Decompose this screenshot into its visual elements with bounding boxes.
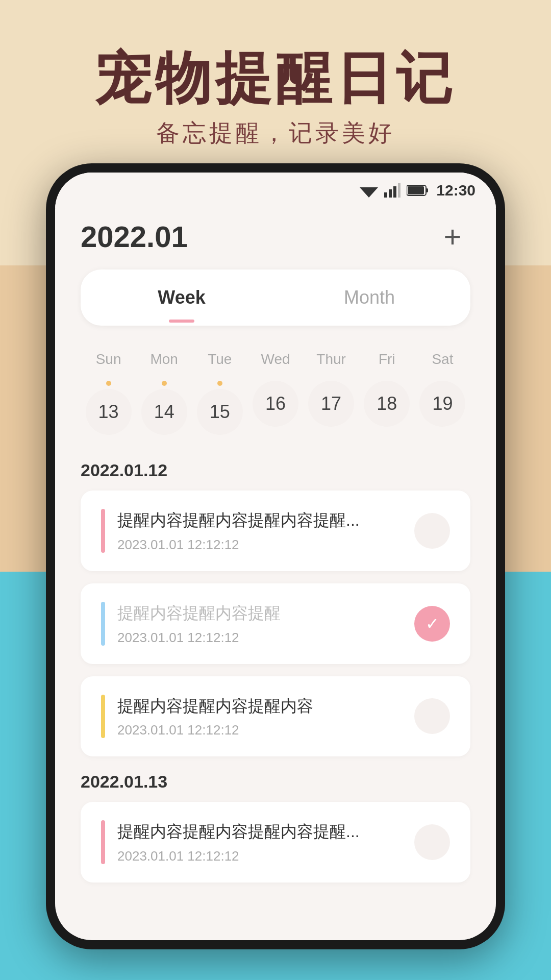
reminder-bar-4 xyxy=(101,820,105,864)
dot-13 xyxy=(106,381,111,386)
section-2022-01-13: 2022.01.13 提醒内容提醒内容提醒内容提醒... 2023.01.01 … xyxy=(81,772,470,883)
date-13-wrapper[interactable]: 13 xyxy=(81,381,136,435)
reminder-text-4: 提醒内容提醒内容提醒内容提醒... 2023.01.01 12:12:12 xyxy=(117,820,402,864)
reminder-title-2: 提醒内容提醒内容提醒 xyxy=(117,602,402,625)
svg-rect-4 xyxy=(398,183,400,198)
wifi-icon xyxy=(360,183,378,198)
reminder-text-1: 提醒内容提醒内容提醒内容提醒... 2023.01.01 12:12:12 xyxy=(117,509,402,553)
status-bar: 12:30 xyxy=(55,173,496,208)
date-14-wrapper[interactable]: 14 xyxy=(136,381,192,435)
date-18-wrapper[interactable]: 18 xyxy=(359,381,415,435)
signal-icon xyxy=(384,183,400,198)
date-14: 14 xyxy=(141,389,187,435)
date-15: 15 xyxy=(197,389,243,435)
section-date-2: 2022.01.13 xyxy=(81,772,470,792)
add-button[interactable]: + xyxy=(435,218,470,254)
header-row: 2022.01 + xyxy=(81,218,470,254)
day-mon: Mon xyxy=(136,346,192,373)
screen-content: 2022.01 + Week Month Sun Mon Tue Wed Thu… xyxy=(55,208,496,883)
date-19: 19 xyxy=(419,381,465,427)
tab-week[interactable]: Week xyxy=(88,277,276,318)
app-subtitle: 备忘提醒，记录美好 xyxy=(0,117,551,149)
tab-switcher: Week Month xyxy=(81,270,470,326)
reminder-check-1[interactable] xyxy=(414,513,450,549)
reminder-time-4: 2023.01.01 12:12:12 xyxy=(117,848,402,864)
svg-rect-1 xyxy=(384,192,387,198)
status-icons xyxy=(360,183,428,198)
tab-month[interactable]: Month xyxy=(276,277,463,318)
reminder-check-2[interactable]: ✓ xyxy=(414,606,450,642)
day-wed: Wed xyxy=(247,346,303,373)
reminder-1[interactable]: 提醒内容提醒内容提醒内容提醒... 2023.01.01 12:12:12 xyxy=(81,491,470,571)
date-17: 17 xyxy=(308,381,354,427)
date-19-wrapper[interactable]: 19 xyxy=(415,381,470,435)
reminder-bar-1 xyxy=(101,509,105,553)
section-date-1: 2022.01.12 xyxy=(81,460,470,480)
dot-14 xyxy=(162,381,167,386)
svg-rect-6 xyxy=(426,188,428,192)
section-2022-01-12: 2022.01.12 提醒内容提醒内容提醒内容提醒... 2023.01.01 … xyxy=(81,460,470,756)
app-title: 宠物提醒日记 xyxy=(0,41,551,117)
date-16-wrapper[interactable]: 16 xyxy=(247,381,303,435)
reminder-bar-3 xyxy=(101,695,105,739)
reminder-title-3: 提醒内容提醒内容提醒内容 xyxy=(117,695,402,718)
dot-15 xyxy=(217,381,222,386)
day-fri: Fri xyxy=(359,346,415,373)
reminder-time-3: 2023.01.01 12:12:12 xyxy=(117,722,402,738)
reminder-title-4: 提醒内容提醒内容提醒内容提醒... xyxy=(117,820,402,843)
reminder-text-2: 提醒内容提醒内容提醒 2023.01.01 12:12:12 xyxy=(117,602,402,646)
reminder-check-3[interactable] xyxy=(414,698,450,734)
date-13: 13 xyxy=(86,389,132,435)
checkmark-icon: ✓ xyxy=(425,614,439,633)
reminder-text-3: 提醒内容提醒内容提醒内容 2023.01.01 12:12:12 xyxy=(117,695,402,739)
phone-screen: 12:30 2022.01 + Week Month Sun Mon xyxy=(55,173,496,940)
reminder-title-1: 提醒内容提醒内容提醒内容提醒... xyxy=(117,509,402,532)
status-time: 12:30 xyxy=(436,182,475,199)
day-sun: Sun xyxy=(81,346,136,373)
battery-icon xyxy=(407,184,428,197)
reminder-2[interactable]: 提醒内容提醒内容提醒 2023.01.01 12:12:12 ✓ xyxy=(81,583,470,664)
reminder-bar-2 xyxy=(101,602,105,646)
calendar-days-header: Sun Mon Tue Wed Thur Fri Sat xyxy=(81,346,470,373)
svg-rect-2 xyxy=(389,189,392,198)
date-15-wrapper[interactable]: 15 xyxy=(192,381,247,435)
reminder-time-2: 2023.01.01 12:12:12 xyxy=(117,630,402,646)
date-16: 16 xyxy=(253,381,298,427)
day-thur: Thur xyxy=(304,346,359,373)
day-tue: Tue xyxy=(192,346,247,373)
svg-rect-3 xyxy=(393,186,396,198)
phone-frame: 12:30 2022.01 + Week Month Sun Mon xyxy=(46,163,505,949)
svg-marker-0 xyxy=(360,187,378,198)
svg-rect-7 xyxy=(408,186,424,194)
date-17-wrapper[interactable]: 17 xyxy=(304,381,359,435)
reminder-check-4[interactable] xyxy=(414,824,450,860)
reminder-4[interactable]: 提醒内容提醒内容提醒内容提醒... 2023.01.01 12:12:12 xyxy=(81,802,470,883)
date-18: 18 xyxy=(364,381,410,427)
calendar-dates: 13 14 15 16 17 18 xyxy=(81,381,470,435)
day-sat: Sat xyxy=(415,346,470,373)
reminder-3[interactable]: 提醒内容提醒内容提醒内容 2023.01.01 12:12:12 xyxy=(81,676,470,757)
current-date: 2022.01 xyxy=(81,219,188,254)
reminder-time-1: 2023.01.01 12:12:12 xyxy=(117,537,402,553)
